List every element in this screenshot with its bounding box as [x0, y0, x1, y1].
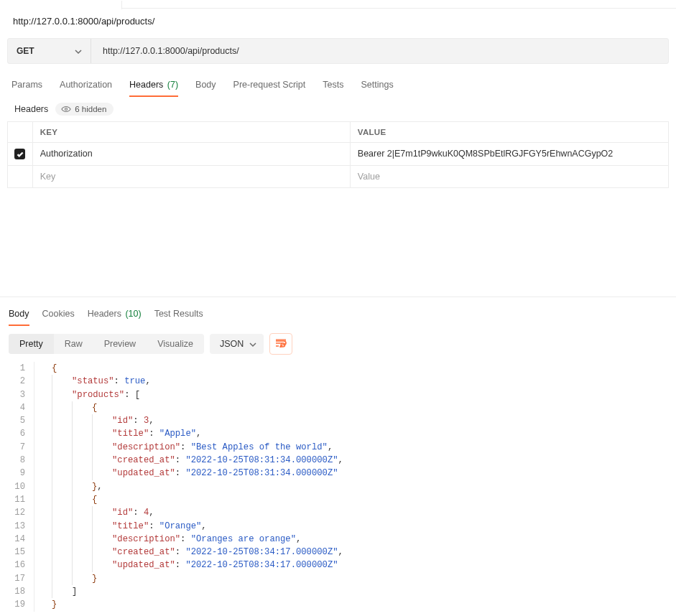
resp-headers-count: (10)	[125, 309, 141, 319]
tab-bar	[0, 0, 676, 9]
code-cell[interactable]: }	[34, 598, 57, 611]
row-check-cell	[8, 166, 33, 187]
gutter-number: 16	[0, 559, 34, 571]
gutter-number: 5	[0, 414, 34, 427]
hidden-count: 6 hidden	[75, 105, 106, 113]
head-key: KEY	[33, 122, 351, 142]
json-line[interactable]: 13"title": "Orange",	[0, 520, 676, 533]
tab-params[interactable]: Params	[11, 74, 42, 97]
json-line[interactable]: 4{	[0, 401, 676, 414]
json-line[interactable]: 1{	[0, 362, 676, 375]
gutter-number: 19	[0, 598, 34, 611]
gutter-number: 9	[0, 467, 34, 480]
eye-icon	[61, 106, 71, 113]
code-cell[interactable]: },	[34, 480, 103, 493]
json-line[interactable]: 6"title": "Apple",	[0, 427, 676, 440]
json-line[interactable]: 11{	[0, 493, 676, 506]
code-cell[interactable]: }	[34, 572, 97, 585]
table-row[interactable]: Authorization Bearer 2|E7m1tP9wkuK0QM8SP…	[7, 143, 669, 166]
view-raw[interactable]: Raw	[54, 334, 93, 354]
json-line[interactable]: 3"products": [	[0, 388, 676, 401]
code-cell[interactable]: {	[34, 493, 97, 506]
tab-settings[interactable]: Settings	[361, 74, 393, 97]
gutter-number: 2	[0, 375, 34, 388]
code-cell[interactable]: {	[34, 362, 57, 375]
json-line[interactable]: 8"created_at": "2022-10-25T08:31:34.0000…	[0, 454, 676, 467]
row-key[interactable]: Authorization	[33, 143, 351, 165]
json-line[interactable]: 18]	[0, 585, 676, 598]
table-row-placeholder[interactable]: Key Value	[7, 166, 669, 188]
request-bar: GET	[7, 38, 669, 64]
code-cell[interactable]: ]	[34, 585, 77, 598]
resp-tab-body[interactable]: Body	[9, 304, 29, 326]
table-head: KEY VALUE	[7, 122, 669, 143]
url-input[interactable]	[91, 39, 668, 63]
gutter-number: 13	[0, 520, 34, 533]
spacer	[0, 188, 676, 296]
headers-subbar: Headers 6 hidden	[0, 97, 676, 121]
format-label: JSON	[220, 339, 244, 349]
tab-tests[interactable]: Tests	[323, 74, 343, 97]
tab-headers-count: (7)	[167, 80, 178, 90]
active-tab-stub[interactable]	[0, 1, 122, 9]
head-value: VALUE	[351, 122, 668, 142]
json-line[interactable]: 19}	[0, 598, 676, 611]
hidden-headers-toggle[interactable]: 6 hidden	[55, 103, 114, 116]
code-cell[interactable]: "id": 4,	[34, 506, 154, 519]
gutter-number: 18	[0, 585, 34, 598]
json-line[interactable]: 7"description": "Best Apples of the worl…	[0, 441, 676, 454]
chevron-down-icon	[75, 47, 82, 55]
json-line[interactable]: 16"updated_at": "2022-10-25T08:34:17.000…	[0, 559, 676, 571]
code-cell[interactable]: "created_at": "2022-10-25T08:34:17.00000…	[34, 546, 343, 559]
headers-table: KEY VALUE Authorization Bearer 2|E7m1tP9…	[7, 121, 669, 188]
resp-tab-cookies[interactable]: Cookies	[42, 304, 75, 326]
code-cell[interactable]: "description": "Oranges are orange",	[34, 533, 301, 546]
method-select[interactable]: GET	[8, 39, 91, 63]
gutter-number: 11	[0, 493, 34, 506]
format-select[interactable]: JSON	[210, 334, 264, 354]
code-cell[interactable]: "products": [	[34, 388, 140, 401]
json-line[interactable]: 10},	[0, 480, 676, 493]
json-line[interactable]: 12"id": 4,	[0, 506, 676, 519]
code-cell[interactable]: "updated_at": "2022-10-25T08:34:17.00000…	[34, 559, 338, 571]
wrap-lines-button[interactable]	[269, 333, 292, 355]
code-cell[interactable]: "description": "Best Apples of the world…	[34, 441, 333, 454]
resp-tab-headers[interactable]: Headers (10)	[88, 304, 142, 326]
json-line[interactable]: 9"updated_at": "2022-10-25T08:31:34.0000…	[0, 467, 676, 480]
chevron-down-icon	[249, 340, 256, 347]
row-check-cell[interactable]	[8, 143, 33, 165]
placeholder-key[interactable]: Key	[33, 166, 351, 187]
code-cell[interactable]: "title": "Orange",	[34, 520, 207, 533]
placeholder-value[interactable]: Value	[351, 166, 668, 187]
json-line[interactable]: 15"created_at": "2022-10-25T08:34:17.000…	[0, 546, 676, 559]
request-tabs: Params Authorization Headers (7) Body Pr…	[0, 71, 676, 97]
code-cell[interactable]: "updated_at": "2022-10-25T08:31:34.00000…	[34, 467, 338, 480]
tab-body[interactable]: Body	[195, 74, 216, 97]
tab-headers[interactable]: Headers (7)	[129, 74, 178, 97]
json-line[interactable]: 5"id": 3,	[0, 414, 676, 427]
row-value[interactable]: Bearer 2|E7m1tP9wkuK0QM8SPbEtlRGJFGY5rEh…	[351, 143, 668, 165]
tab-headers-label: Headers	[129, 80, 163, 90]
checkbox-checked-icon[interactable]	[14, 149, 25, 159]
code-cell[interactable]: "status": true,	[34, 375, 151, 388]
code-cell[interactable]: "title": "Apple",	[34, 427, 201, 440]
tab-authorization[interactable]: Authorization	[60, 74, 112, 97]
response-toolbar: Pretty Raw Preview Visualize JSON	[0, 326, 676, 359]
json-line[interactable]: 17}	[0, 572, 676, 585]
gutter-number: 4	[0, 401, 34, 414]
method-label: GET	[17, 46, 34, 56]
json-line[interactable]: 2"status": true,	[0, 375, 676, 388]
gutter-number: 1	[0, 362, 34, 375]
view-preview[interactable]: Preview	[93, 334, 147, 354]
gutter-number: 7	[0, 441, 34, 454]
tab-prerequest[interactable]: Pre-request Script	[233, 74, 306, 97]
json-body[interactable]: 1{2"status": true,3"products": [4{5"id":…	[0, 359, 676, 616]
view-visualize[interactable]: Visualize	[147, 334, 204, 354]
code-cell[interactable]: {	[34, 401, 97, 414]
resp-tab-testresults[interactable]: Test Results	[154, 304, 203, 326]
code-cell[interactable]: "id": 3,	[34, 414, 154, 427]
gutter-number: 15	[0, 546, 34, 559]
code-cell[interactable]: "created_at": "2022-10-25T08:31:34.00000…	[34, 454, 343, 467]
json-line[interactable]: 14"description": "Oranges are orange",	[0, 533, 676, 546]
view-pretty[interactable]: Pretty	[9, 334, 54, 354]
